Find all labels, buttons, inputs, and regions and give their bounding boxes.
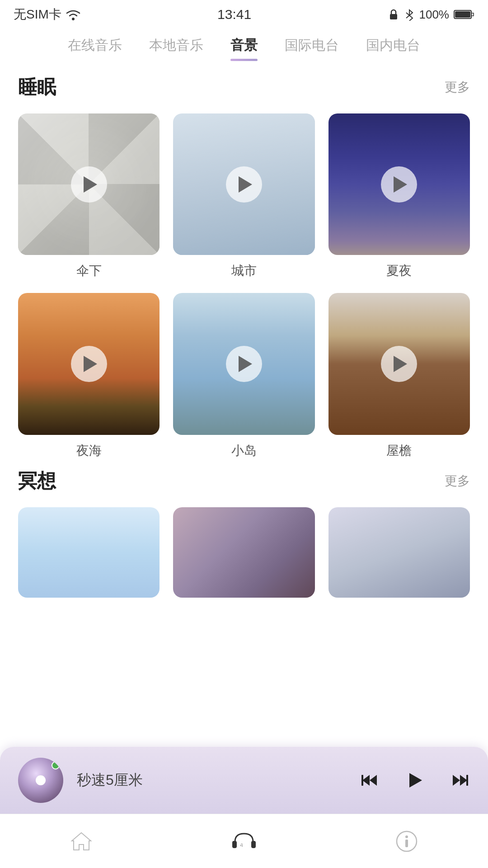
- card-image-cloud: [18, 507, 160, 598]
- battery-icon: [454, 9, 474, 20]
- nav-info[interactable]: [393, 828, 420, 855]
- tab-local-music[interactable]: 本地音乐: [149, 36, 203, 61]
- card-roof[interactable]: 屋檐: [328, 293, 470, 459]
- playback-controls: [360, 769, 470, 791]
- meditation-more-button[interactable]: 更多: [445, 472, 470, 490]
- card-image-island: [173, 293, 314, 434]
- play-triangle-icon: [239, 356, 252, 372]
- tab-domestic-radio[interactable]: 国内电台: [366, 36, 420, 61]
- album-art: [18, 758, 63, 803]
- play-button-city[interactable]: [226, 166, 262, 203]
- card-image-feather: [328, 507, 470, 598]
- play-button-umbrella[interactable]: [71, 166, 107, 203]
- now-playing-title: 秒速5厘米: [77, 770, 346, 790]
- card-label-city: 城市: [231, 262, 257, 279]
- play-button-roof[interactable]: [381, 346, 417, 382]
- svg-rect-13: [251, 841, 256, 848]
- card-label-umbrella: 伞下: [76, 262, 102, 279]
- svg-text:♫: ♫: [240, 842, 244, 847]
- card-summer-night[interactable]: 夏夜: [328, 113, 470, 279]
- lock-icon: [387, 8, 400, 21]
- tab-online-music[interactable]: 在线音乐: [68, 36, 122, 61]
- sleep-more-button[interactable]: 更多: [445, 79, 470, 96]
- svg-rect-17: [405, 840, 408, 847]
- svg-marker-10: [453, 775, 460, 786]
- card-city[interactable]: 城市: [173, 113, 314, 279]
- status-bar: 无SIM卡 13:41 100%: [0, 0, 488, 27]
- play-triangle-icon: [239, 176, 252, 193]
- home-icon: [68, 828, 95, 855]
- card-island[interactable]: 小岛: [173, 293, 314, 459]
- status-right: 100%: [387, 8, 474, 22]
- tab-intl-radio[interactable]: 国际电台: [285, 36, 339, 61]
- svg-marker-6: [370, 775, 377, 786]
- play-triangle-icon: [394, 176, 407, 193]
- card-image-roof: [328, 293, 470, 434]
- tab-soundscape[interactable]: 音景: [230, 36, 258, 61]
- status-left: 无SIM卡: [14, 6, 81, 23]
- card-umbrella[interactable]: 伞下: [18, 113, 160, 279]
- prev-button[interactable]: [360, 769, 381, 791]
- meditation-grid: [18, 507, 470, 598]
- meditation-section-title: 冥想: [18, 468, 56, 494]
- card-marble[interactable]: [173, 507, 314, 598]
- main-content: 睡眠 更多 伞下 城市: [0, 61, 488, 715]
- play-triangle-icon: [84, 356, 97, 372]
- card-image-marble: [173, 507, 314, 598]
- status-time: 13:41: [217, 7, 251, 22]
- play-triangle-icon: [394, 356, 407, 372]
- next-button[interactable]: [448, 769, 470, 791]
- svg-rect-1: [390, 14, 397, 19]
- card-label-summer-night: 夏夜: [386, 262, 412, 279]
- card-label-night-sea: 夜海: [76, 442, 102, 459]
- now-playing-bar[interactable]: 秒速5厘米: [0, 747, 488, 814]
- green-dot: [52, 761, 60, 769]
- svg-marker-9: [460, 775, 467, 786]
- card-image-summer-night: [328, 113, 470, 255]
- svg-point-0: [72, 18, 75, 20]
- bluetooth-icon: [404, 8, 414, 21]
- svg-marker-5: [362, 775, 370, 786]
- play-button-night-sea[interactable]: [71, 346, 107, 382]
- card-label-island: 小岛: [231, 442, 257, 459]
- card-image-city: [173, 113, 314, 255]
- play-button-summer-night[interactable]: [381, 166, 417, 203]
- sleep-section-header: 睡眠 更多: [18, 75, 470, 100]
- svg-point-16: [405, 835, 408, 838]
- card-cloud[interactable]: [18, 507, 160, 598]
- sleep-grid: 伞下 城市 夏夜: [18, 113, 470, 459]
- meditation-section: 冥想 更多: [18, 468, 470, 598]
- card-image-night-sea: [18, 293, 160, 434]
- card-label-roof: 屋檐: [386, 442, 412, 459]
- svg-marker-8: [409, 773, 422, 788]
- wifi-icon: [65, 8, 81, 21]
- sleep-section-title: 睡眠: [18, 75, 56, 100]
- svg-rect-11: [466, 775, 468, 786]
- play-triangle-icon: [84, 176, 97, 193]
- info-icon: [393, 828, 420, 855]
- nav-home[interactable]: [68, 828, 95, 855]
- play-pause-button[interactable]: [404, 769, 426, 791]
- svg-rect-4: [455, 11, 470, 18]
- nav-music[interactable]: ♫: [230, 828, 258, 855]
- play-button-island[interactable]: [226, 346, 262, 382]
- bottom-navigation: ♫: [0, 814, 488, 868]
- svg-rect-7: [361, 775, 363, 786]
- card-night-sea[interactable]: 夜海: [18, 293, 160, 459]
- no-sim-text: 无SIM卡: [14, 6, 61, 23]
- tab-navigation: 在线音乐 本地音乐 音景 国际电台 国内电台: [0, 27, 488, 61]
- battery-percent: 100%: [419, 8, 449, 22]
- svg-rect-12: [232, 841, 237, 848]
- music-icon: ♫: [230, 828, 258, 855]
- card-image-umbrella: [18, 113, 160, 255]
- meditation-section-header: 冥想 更多: [18, 468, 470, 494]
- card-feather[interactable]: [328, 507, 470, 598]
